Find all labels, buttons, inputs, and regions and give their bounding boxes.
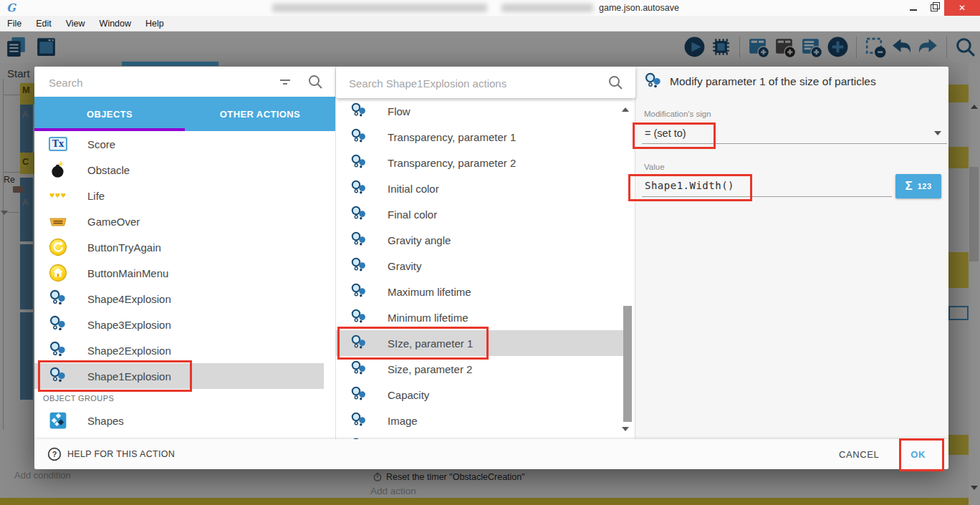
menu-window[interactable]: Window	[92, 19, 138, 29]
object-list-item-label: Shape3Explosion	[87, 319, 171, 331]
object-list-item-label: ButtonTryAgain	[87, 241, 161, 254]
action-list-item-label: Final color	[388, 208, 437, 221]
svg-text:♥♥♥: ♥♥♥	[49, 192, 66, 199]
action-list-item[interactable]: Capacity	[336, 382, 625, 408]
scroll-down-icon[interactable]	[622, 427, 629, 431]
restore-icon	[931, 4, 938, 11]
svg-text:Tx: Tx	[52, 139, 64, 149]
object-list-item[interactable]: TxScore	[34, 131, 324, 157]
annotation-box-ok	[899, 438, 944, 471]
action-list-item[interactable]: Final color	[336, 201, 625, 227]
object-group-item[interactable]: Shapes	[34, 408, 324, 433]
menu-file[interactable]: File	[0, 19, 29, 29]
particle-icon	[49, 315, 67, 334]
object-list-item[interactable]: Shape2Explosion	[34, 337, 324, 363]
menu-help[interactable]: Help	[138, 19, 171, 29]
particle-icon	[350, 309, 368, 326]
chevron-down-icon	[934, 131, 941, 135]
retry-button-icon	[49, 238, 67, 256]
gameover-icon	[49, 212, 67, 231]
svg-text:?: ?	[52, 450, 57, 458]
home-button-icon	[49, 264, 67, 282]
action-list-item[interactable]: Transparency, parameter 2	[336, 150, 625, 175]
search-icon[interactable]	[607, 74, 624, 91]
object-list-item[interactable]: ButtonTryAgain	[34, 234, 324, 260]
action-list-item[interactable]: Image	[336, 408, 625, 433]
particle-icon	[350, 154, 368, 171]
help-link[interactable]: ? HELP FOR THIS ACTION	[47, 447, 175, 461]
particle-icon	[350, 283, 368, 300]
actions-search-input[interactable]	[347, 73, 587, 93]
expression-builder-button[interactable]: Σ 123	[895, 174, 941, 198]
action-list-item[interactable]: Gravity angle	[336, 227, 625, 253]
search-icon[interactable]	[307, 73, 324, 90]
action-header: Modify parameter 1 of the size of partic…	[644, 72, 876, 91]
annotation-box-size-parameter1	[337, 327, 489, 360]
bomb-icon	[49, 160, 67, 179]
object-group-icon	[49, 411, 67, 430]
gdevelop-logo-icon: G	[6, 1, 16, 14]
particle-icon	[350, 128, 368, 145]
action-list-item[interactable]: Flow	[336, 98, 625, 124]
text-object-icon: Tx	[49, 135, 67, 153]
annotation-box-value	[628, 174, 752, 201]
action-list-item[interactable]: Size, parameter 2	[336, 356, 625, 382]
particle-icon	[350, 360, 368, 377]
menu-view[interactable]: View	[59, 19, 92, 29]
restore-button[interactable]	[923, 0, 944, 16]
action-list-item[interactable]: Gravity	[336, 253, 625, 279]
application-window: G game.json.autosave ✕ FileEditViewWindo…	[0, 0, 980, 505]
object-list-item[interactable]: ♥♥♥Life	[34, 183, 324, 208]
particle-icon	[644, 72, 663, 91]
action-list-item-label: Transparency, parameter 2	[388, 157, 516, 169]
action-list-item-label: Gravity angle	[388, 234, 451, 246]
close-button[interactable]: ✕	[944, 0, 980, 16]
action-list-item[interactable]	[336, 433, 625, 439]
title-bar: G game.json.autosave ✕	[0, 0, 980, 16]
particle-icon	[350, 206, 368, 223]
action-list-item-label: Maximum lifetime	[388, 286, 471, 298]
object-list-item-label: Obstacle	[87, 164, 130, 176]
object-list-item[interactable]: ButtonMainMenu	[34, 260, 324, 286]
window-controls: ✕	[903, 0, 980, 16]
tab-other-actions[interactable]: OTHER ACTIONS	[185, 97, 335, 131]
object-list-item-label: Score	[87, 138, 115, 150]
action-list-item[interactable]: Initial color	[336, 175, 625, 201]
object-list-item[interactable]: Shape3Explosion	[34, 312, 324, 337]
object-list-item[interactable]: Obstacle	[34, 157, 324, 183]
object-list-item[interactable]: Shape4Explosion	[34, 286, 324, 312]
minimize-icon	[910, 9, 917, 11]
window-title: game.json.autosave	[599, 3, 679, 13]
particle-icon	[350, 386, 368, 403]
object-list-item-label: GameOver	[87, 216, 140, 228]
scroll-up-icon[interactable]	[622, 107, 629, 112]
particle-icon	[350, 180, 368, 197]
close-icon: ✕	[959, 3, 966, 13]
help-label: HELP FOR THIS ACTION	[67, 449, 175, 459]
particle-icon	[350, 102, 368, 120]
actions-search-row	[336, 67, 635, 98]
action-list-item-label: Transparency, parameter 1	[388, 131, 516, 143]
tab-objects[interactable]: OBJECTS	[34, 97, 185, 131]
sign-label: Modification's sign	[644, 110, 711, 118]
objects-search-input[interactable]	[47, 72, 265, 92]
action-list-item[interactable]: Maximum lifetime	[336, 279, 625, 304]
cancel-button[interactable]: CANCEL	[839, 449, 879, 460]
objects-tab-bar: OBJECTSOTHER ACTIONS	[34, 97, 335, 131]
object-list-item[interactable]: GameOver	[34, 208, 324, 234]
particle-icon	[49, 289, 67, 308]
annotation-box-sign	[633, 122, 716, 149]
blurred-title-path	[272, 4, 487, 12]
sigma-icon: Σ	[905, 179, 912, 193]
action-list-item-label: Flow	[388, 105, 410, 117]
expression-button-label: 123	[918, 182, 932, 191]
minimize-button[interactable]	[903, 0, 923, 16]
menu-bar: FileEditViewWindowHelp	[0, 16, 980, 32]
filter-icon[interactable]	[277, 73, 294, 90]
actions-scrollbar-thumb[interactable]	[623, 306, 632, 422]
menu-edit[interactable]: Edit	[29, 19, 59, 29]
object-group-item-label: Shapes	[87, 415, 124, 427]
actions-list: FlowTransparency, parameter 1Transparenc…	[336, 98, 635, 439]
object-list-item-label: Shape4Explosion	[87, 293, 171, 305]
action-list-item[interactable]: Transparency, parameter 1	[336, 124, 625, 150]
